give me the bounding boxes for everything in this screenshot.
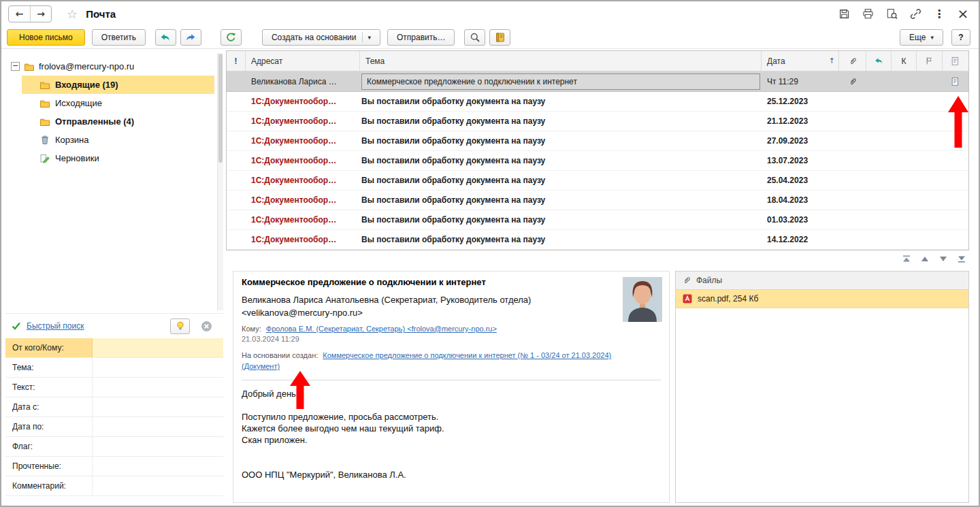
filter-row: Тема: xyxy=(5,358,223,378)
create-based-on-button[interactable]: Создать на основании ▾ xyxy=(262,29,380,46)
col-replied[interactable] xyxy=(866,51,892,71)
preview-button[interactable] xyxy=(884,6,899,21)
new-letter-button[interactable]: Новое письмо xyxy=(7,29,85,46)
col-note[interactable] xyxy=(943,51,968,71)
folder-label: Корзина xyxy=(55,135,89,145)
more-menu-button[interactable]: ⋮ xyxy=(932,6,947,21)
scroll-top-button[interactable] xyxy=(898,252,915,265)
reply-button[interactable]: Ответить xyxy=(92,29,146,46)
quick-search-panel: Быстрый поиск От кого/Кому: Тема: Текст: xyxy=(5,313,223,504)
filter-date-from-input[interactable] xyxy=(93,397,223,416)
mail-row-subject: Вы поставили обработку документа на пауз… xyxy=(360,235,762,244)
send-button[interactable]: Отправить… xyxy=(387,29,455,46)
more-label: Еще xyxy=(909,33,926,42)
filter-subject-input[interactable] xyxy=(93,358,223,377)
address-book-button[interactable] xyxy=(489,29,510,46)
filter-read-input[interactable] xyxy=(93,457,223,476)
filter-row: Текст: xyxy=(5,378,223,397)
pdf-icon xyxy=(682,293,693,304)
forward-letter-button[interactable] xyxy=(180,29,201,46)
save-button[interactable] xyxy=(836,6,851,21)
col-flag[interactable] xyxy=(917,51,943,71)
col-attachment[interactable] xyxy=(839,51,866,71)
mail-row[interactable]: 1С:Документообор… Вы поставили обработку… xyxy=(227,230,968,250)
mail-row[interactable]: 1С:Документообор… Вы поставили обработку… xyxy=(227,92,968,112)
mail-row[interactable]: 1С:Документообор… Вы поставили обработку… xyxy=(227,131,968,151)
reply-all-button[interactable] xyxy=(155,29,176,46)
quick-search-link[interactable]: Быстрый поиск xyxy=(27,321,84,331)
print-button[interactable] xyxy=(860,6,875,21)
paperclip-icon xyxy=(848,56,858,66)
col-addressee[interactable]: Адресат xyxy=(246,51,360,71)
back-button[interactable]: ← xyxy=(9,6,30,22)
mail-row[interactable]: 1С:Документообор… Вы поставили обработку… xyxy=(227,171,968,191)
filter-text-input[interactable] xyxy=(93,378,223,397)
mail-row[interactable]: 1С:Документообор… Вы поставили обработку… xyxy=(227,151,968,171)
folder-trash[interactable]: Корзина xyxy=(22,131,214,149)
mail-row-addressee: 1С:Документообор… xyxy=(246,215,360,225)
preview-from-name: Великанова Лариса Анатольевна (Секретари… xyxy=(242,293,661,306)
to-recipient-link[interactable]: Фролова Е.М. (Секретариат, Секретарь) <f… xyxy=(266,325,497,333)
favorite-star-icon[interactable]: ☆ xyxy=(67,7,78,21)
search-button[interactable] xyxy=(464,29,485,46)
quick-search-header: Быстрый поиск xyxy=(5,314,223,338)
clear-filter-button[interactable] xyxy=(199,318,214,333)
file-item[interactable]: scan.pdf, 254 Кб xyxy=(676,290,968,308)
filter-check-icon xyxy=(11,321,22,331)
filter-date-to-input[interactable] xyxy=(93,417,223,436)
mail-row-subject: Вы поставили обработку документа на пауз… xyxy=(360,176,762,185)
button-divider xyxy=(362,32,363,42)
folders-scrollbar[interactable] xyxy=(217,53,223,310)
folder-sent[interactable]: Отправленные (4) xyxy=(22,112,214,131)
body-line: Кажется более выгодно чем наш текущий та… xyxy=(242,423,661,434)
preview-from-email: <velikanova@mercury-npo.ru> xyxy=(242,306,661,319)
col-k[interactable]: К xyxy=(892,51,917,71)
col-subject[interactable]: Тема xyxy=(360,51,762,71)
titlebar-actions: ⋮ × xyxy=(836,6,970,21)
folder-inbox[interactable]: Входящие (19) xyxy=(22,76,214,94)
mail-row-selected[interactable]: Великанова Лариса … Коммерческое предлож… xyxy=(227,71,968,92)
more-button[interactable]: Еще ▾ xyxy=(900,29,943,46)
mail-row[interactable]: 1С:Документообор… Вы поставили обработку… xyxy=(227,210,968,230)
filter-from-to-input[interactable] xyxy=(93,338,223,357)
folder-label: Исходящие xyxy=(55,98,102,108)
filter-comment-input[interactable] xyxy=(93,476,223,495)
close-button[interactable]: × xyxy=(956,6,970,21)
filter-flag-input[interactable] xyxy=(93,437,223,456)
scroll-bottom-button[interactable] xyxy=(953,252,970,265)
hints-button[interactable] xyxy=(170,318,190,334)
mail-list: ! Адресат Тема Дата ↑ К Великанова Ларис… xyxy=(226,50,969,250)
folder-outbox[interactable]: Исходящие xyxy=(22,94,214,112)
get-link-button[interactable] xyxy=(908,6,923,21)
mail-row[interactable]: 1С:Документообор… Вы поставили обработку… xyxy=(227,191,968,210)
col-importance[interactable]: ! xyxy=(227,51,246,71)
folder-label: Входящие (19) xyxy=(55,80,118,90)
mail-row-date: 13.07.2023 xyxy=(762,156,839,165)
mail-account-node[interactable]: − frolova@mercury-npo.ru xyxy=(5,57,223,76)
scroll-top-icon xyxy=(902,255,911,263)
help-button[interactable]: ? xyxy=(951,29,970,46)
forward-button[interactable]: → xyxy=(30,6,51,22)
col-date[interactable]: Дата ↑ xyxy=(762,51,839,71)
focused-cell: Коммерческое предложение о подключении к… xyxy=(361,73,760,90)
scroll-down-icon xyxy=(938,255,948,263)
scroll-bottom-icon xyxy=(957,255,966,263)
body-line: Поступило предложение, просьба рассмотре… xyxy=(242,411,661,423)
preview-date: 21.03.2024 11:29 xyxy=(242,335,661,343)
titlebar: ← → ☆ Почта ⋮ × xyxy=(1,1,979,26)
create-based-on-label: Создать на основании xyxy=(272,33,357,42)
back-icon: ← xyxy=(16,8,24,19)
collapse-icon[interactable]: − xyxy=(11,62,20,71)
folder-drafts[interactable]: Черновики xyxy=(22,149,214,167)
filter-label: От кого/Кому: xyxy=(5,338,93,357)
scrollbar-thumb[interactable] xyxy=(218,54,223,163)
mail-row[interactable]: 1С:Документообор… Вы поставили обработку… xyxy=(227,112,968,131)
mail-list-header: ! Адресат Тема Дата ↑ К xyxy=(227,51,968,71)
mail-row-attachment xyxy=(839,77,866,86)
window-title: Почта xyxy=(86,8,116,20)
body-line xyxy=(242,446,661,457)
scroll-up-button[interactable] xyxy=(917,252,933,265)
refresh-button[interactable] xyxy=(220,29,242,46)
mail-row-date: 14.12.2022 xyxy=(762,235,839,244)
scroll-down-button[interactable] xyxy=(935,252,951,265)
